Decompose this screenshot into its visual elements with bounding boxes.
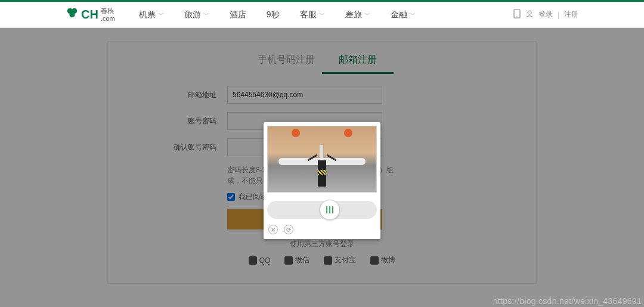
slider-captcha-dialog: ✕ ⟳ — [264, 122, 380, 239]
nav-item-service[interactable]: 客服﹀ — [300, 10, 325, 20]
nav-items: 机票﹀ 旅游﹀ 酒店 9秒 客服﹀ 差旅﹀ 金融﹀ — [139, 10, 416, 20]
plane-tail-shape — [320, 145, 323, 159]
chevron-down-icon: ﹀ — [319, 11, 325, 19]
brand-main: CH — [81, 8, 98, 21]
captcha-image — [267, 126, 377, 193]
chevron-down-icon: ﹀ — [158, 11, 164, 19]
captcha-close-button[interactable]: ✕ — [268, 225, 278, 234]
paddle-right-icon — [344, 129, 352, 137]
nav-item-travel[interactable]: 旅游﹀ — [184, 10, 209, 20]
nav-item-finance[interactable]: 金融﹀ — [391, 10, 416, 20]
main-nav: CH 春秋 .com 机票﹀ 旅游﹀ 酒店 9秒 客服﹀ 差旅﹀ 金融﹀ 登录 … — [0, 2, 644, 28]
nav-item-business[interactable]: 差旅﹀ — [345, 10, 370, 20]
clover-icon — [66, 7, 79, 23]
chevron-down-icon: ﹀ — [410, 11, 416, 19]
register-link[interactable]: 注册 — [564, 10, 578, 20]
svg-point-2 — [69, 12, 75, 17]
captcha-refresh-button[interactable]: ⟳ — [284, 225, 293, 234]
nav-item-flights[interactable]: 机票﹀ — [139, 10, 164, 20]
nav-item-hotel[interactable]: 酒店 — [230, 10, 246, 20]
paddle-left-icon — [292, 129, 300, 137]
login-link[interactable]: 登录 — [538, 10, 553, 20]
brand-logo[interactable]: CH 春秋 .com — [66, 7, 115, 23]
user-icon[interactable] — [525, 10, 534, 20]
safety-vest — [318, 170, 326, 175]
captcha-slider-track[interactable] — [267, 201, 377, 219]
svg-point-4 — [516, 16, 518, 17]
page-body: 手机号码注册 邮箱注册 邮箱地址 账号密码 确认账号密码 密码长度8-20位，必… — [0, 28, 644, 307]
phone-icon[interactable] — [513, 9, 521, 20]
chevron-down-icon: ﹀ — [203, 11, 209, 19]
captcha-controls: ✕ ⟳ — [268, 225, 376, 234]
brand-cn: 春秋 — [101, 7, 115, 14]
brand-domain: .com — [101, 15, 115, 22]
nav-item-9sec[interactable]: 9秒 — [267, 10, 280, 20]
svg-point-5 — [528, 11, 531, 14]
watermark-text: https://blog.csdn.net/weixin_43649691 — [493, 296, 642, 306]
nav-right: 登录 | 注册 — [513, 9, 578, 20]
captcha-slider-thumb[interactable] — [320, 200, 340, 220]
chevron-down-icon: ﹀ — [364, 11, 370, 19]
